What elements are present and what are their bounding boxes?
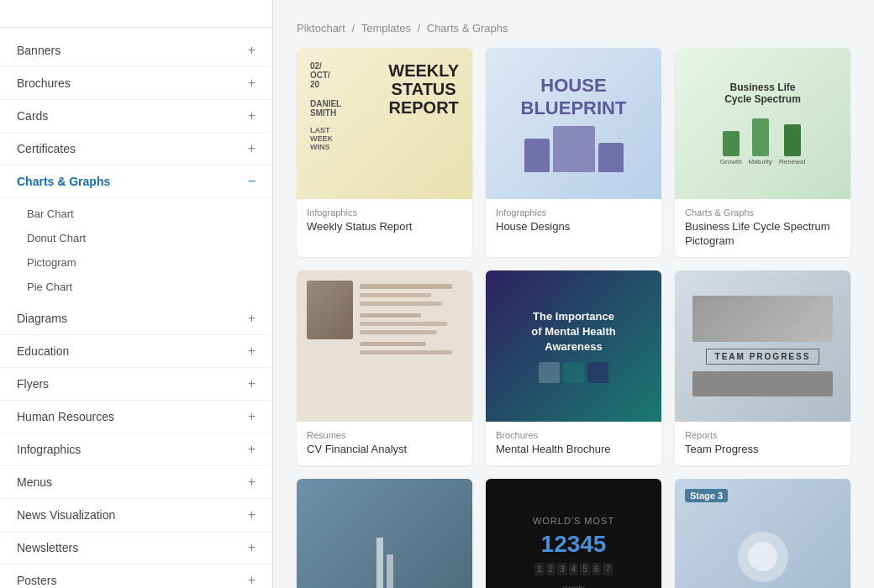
template-card-template-9[interactable]: Stage 3 Stage 1 Stage 3 [675,479,850,588]
sidebar-item-menus[interactable]: Menus + [0,466,272,499]
breadcrumb: Piktochart / Templates / Charts & Graphs [297,22,850,34]
sidebar-item-icon-education: + [248,344,255,359]
sidebar-item-news-visualization[interactable]: News Visualization + [0,499,272,532]
sidebar-item-icon-cards: + [248,108,255,123]
template-category-cv-financial-analyst: Resumes [307,430,462,440]
template-info-mental-health-brochure: Brochures Mental Health Brochure [486,422,661,465]
sidebar-item-icon-infographics: + [248,442,255,457]
breadcrumb-part-1[interactable]: Templates [361,22,411,34]
sidebar: Banners + Brochures + Cards + Certificat… [0,0,273,588]
sub-item-pictogram[interactable]: Pictogram [0,250,272,275]
template-info-weekly-status-report: Infographics Weekly Status Report [297,199,472,243]
template-name-weekly-status-report: Weekly Status Report [307,220,462,234]
sub-item-pie-chart[interactable]: Pie Chart [0,275,272,299]
sidebar-item-human-resources[interactable]: Human Resources + [0,401,272,433]
sidebar-item-label-infographics: Infographics [17,443,81,456]
sidebar-item-label-certificates: Certificates [17,142,76,155]
breadcrumb-part-2: Charts & Graphs [427,22,508,34]
template-card-mental-health-brochure[interactable]: The Importanceof Mental HealthAwareness … [486,270,661,465]
breadcrumb-separator: / [349,22,358,34]
template-card-team-progress[interactable]: TEAM PROGRESS Reports Team Progress [675,270,850,465]
sub-item-donut-chart[interactable]: Donut Chart [0,226,272,250]
template-thumb-house-designs: HOUSEBLUEPRINT [486,48,661,199]
sidebar-item-label-menus: Menus [17,475,52,489]
breadcrumb-part-0[interactable]: Piktochart [297,22,345,34]
sidebar-title [0,13,272,28]
template-name-house-designs: House Designs [496,220,651,234]
template-info-house-designs: Infographics House Designs [486,199,661,243]
sidebar-item-icon-posters: + [248,573,255,588]
template-name-cv-financial-analyst: CV Financial Analyst [307,443,462,457]
template-card-house-designs[interactable]: HOUSEBLUEPRINT Infographics House Design… [486,48,661,257]
template-thumb-team-progress: TEAM PROGRESS [675,270,850,422]
sidebar-item-icon-menus: + [248,475,255,490]
sidebar-item-education[interactable]: Education + [0,335,272,368]
sidebar-item-brochures[interactable]: Brochures + [0,67,272,100]
sidebar-item-label-diagrams: Diagrams [17,312,67,325]
sidebar-item-icon-human-resources: + [248,409,255,424]
template-info-team-progress: Reports Team Progress [675,422,850,465]
template-thumb-cv-financial-analyst [297,270,472,422]
template-thumb-template-9: Stage 3 Stage 1 Stage 3 [675,479,850,588]
sidebar-items-container: Banners + Brochures + Cards + Certificat… [0,34,272,588]
sidebar-item-diagrams[interactable]: Diagrams + [0,302,272,335]
sidebar-item-banners[interactable]: Banners + [0,34,272,67]
sidebar-item-icon-charts-graphs: − [248,174,255,189]
sidebar-item-label-banners: Banners [17,44,61,57]
sidebar-item-label-news-visualization: News Visualization [17,508,115,522]
template-grid: 02/OCT/20 DANIELSMITH LASTWEEKWINS WEEKL… [297,48,850,588]
sidebar-item-newsletters[interactable]: Newsletters + [0,532,272,564]
sidebar-item-label-cards: Cards [17,109,48,123]
template-name-business-life-cycle-spectrum-pictogram: Business Life Cycle Spectrum Pictogram [685,220,840,249]
sidebar-item-icon-news-visualization: + [248,507,255,522]
template-thumb-template-8: WORLD'S MOST 12345 1234567 qwerty [486,479,661,588]
template-info-cv-financial-analyst: Resumes CV Financial Analyst [297,422,472,465]
template-name-mental-health-brochure: Mental Health Brochure [496,443,651,457]
template-card-template-8[interactable]: WORLD'S MOST 12345 1234567 qwerty [486,479,661,588]
sidebar-item-icon-newsletters: + [248,540,255,555]
template-thumb-business-life-cycle-spectrum-pictogram: Business LifeCycle Spectrum Growth Matur… [675,48,850,199]
page-header: Piktochart / Templates / Charts & Graphs [297,17,850,34]
sidebar-item-label-newsletters: Newsletters [17,541,78,554]
app-container: Banners + Brochures + Cards + Certificat… [0,0,874,588]
sub-item-bar-chart[interactable]: Bar Chart [0,202,272,226]
template-thumb-template-7: Infrastructure [297,479,472,588]
sidebar-item-label-education: Education [17,344,69,358]
sidebar-item-label-brochures: Brochures [17,76,71,90]
template-category-mental-health-brochure: Brochures [496,430,651,440]
template-card-template-7[interactable]: Infrastructure [297,479,472,588]
template-category-house-designs: Infographics [496,207,651,218]
template-name-team-progress: Team Progress [685,443,840,457]
sidebar-item-label-human-resources: Human Resources [17,410,114,423]
template-category-business-life-cycle-spectrum-pictogram: Charts & Graphs [685,207,840,218]
sub-items-charts-graphs: Bar ChartDonut ChartPictogramPie Chart [0,198,272,302]
breadcrumb-separator: / [414,22,424,34]
template-card-business-life-cycle-spectrum-pictogram[interactable]: Business LifeCycle Spectrum Growth Matur… [675,48,850,257]
template-card-weekly-status-report[interactable]: 02/OCT/20 DANIELSMITH LASTWEEKWINS WEEKL… [297,48,472,257]
sidebar-item-certificates[interactable]: Certificates + [0,133,272,165]
sidebar-item-cards[interactable]: Cards + [0,100,272,133]
sidebar-item-label-charts-graphs: Charts & Graphs [17,175,110,188]
sidebar-item-icon-flyers: + [248,376,255,391]
sidebar-item-icon-brochures: + [248,76,255,91]
sidebar-item-icon-banners: + [248,43,255,58]
template-category-team-progress: Reports [685,430,840,440]
main-content: Piktochart / Templates / Charts & Graphs… [273,0,874,588]
sidebar-item-label-flyers: Flyers [17,377,49,391]
sidebar-item-infographics[interactable]: Infographics + [0,433,272,466]
sidebar-item-charts-graphs[interactable]: Charts & Graphs − [0,165,272,198]
sidebar-item-icon-certificates: + [248,141,255,156]
template-category-weekly-status-report: Infographics [307,207,462,218]
sidebar-item-flyers[interactable]: Flyers + [0,368,272,401]
template-thumb-mental-health-brochure: The Importanceof Mental HealthAwareness [486,270,661,422]
template-thumb-weekly-status-report: 02/OCT/20 DANIELSMITH LASTWEEKWINS WEEKL… [297,48,472,199]
template-card-cv-financial-analyst[interactable]: Resumes CV Financial Analyst [297,270,472,465]
sidebar-item-posters[interactable]: Posters + [0,564,272,588]
template-info-business-life-cycle-spectrum-pictogram: Charts & Graphs Business Life Cycle Spec… [675,199,850,257]
sidebar-item-icon-diagrams: + [248,311,255,326]
sidebar-item-label-posters: Posters [17,574,56,587]
